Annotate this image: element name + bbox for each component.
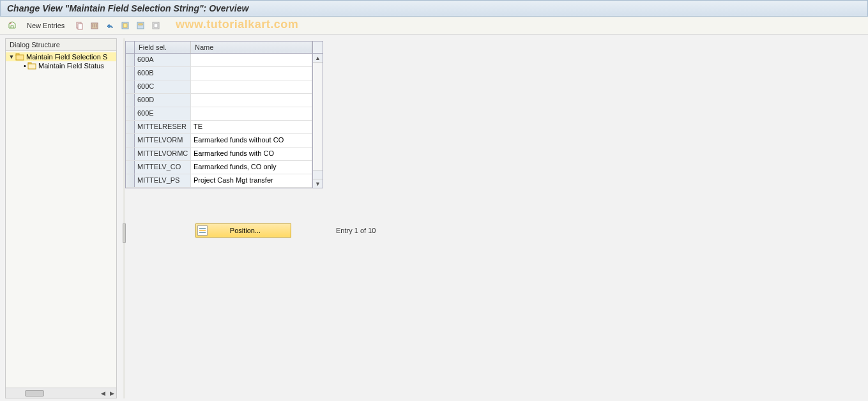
cell-name[interactable]: Project Cash Mgt transfer [191, 174, 312, 187]
position-label: Position... [211, 227, 289, 234]
toggle-icon[interactable] [6, 20, 18, 31]
column-header-end [312, 42, 323, 53]
folder-open-icon [15, 53, 24, 61]
scroll-right-icon[interactable]: ▶ [107, 389, 116, 398]
main-area: Dialog Structure ▼ Maintain Field Select… [0, 34, 868, 401]
row-selector[interactable] [126, 67, 135, 80]
cell-name[interactable]: Earmarked funds without CO [191, 134, 312, 147]
bottom-row: Position... Entry 1 of 10 [125, 223, 865, 238]
table-row: 600E [126, 107, 312, 121]
cell-field-sel[interactable]: 600C [135, 80, 191, 93]
dialog-structure-panel: Dialog Structure ▼ Maintain Field Select… [5, 38, 117, 398]
table-row: MITTELVORMC Earmarked funds with CO [126, 148, 312, 161]
cell-name[interactable]: Earmarked funds, CO only [191, 161, 312, 174]
title-bar: Change View "Maintain Field Selection St… [0, 0, 868, 17]
cell-field-sel[interactable]: 600A [135, 54, 191, 66]
scroll-up-icon[interactable]: ▲ [313, 54, 323, 63]
tree-node-label: Maintain Field Status [38, 62, 104, 70]
svg-rect-12 [28, 64, 36, 69]
cell-field-sel[interactable]: MITTELVORMC [135, 148, 191, 160]
row-selector[interactable] [126, 161, 135, 174]
watermark: www.tutorialkart.com [176, 18, 298, 31]
deselect-all-icon[interactable] [150, 20, 162, 31]
cell-field-sel[interactable]: 600B [135, 67, 191, 80]
row-selector[interactable] [126, 148, 135, 160]
svg-rect-4 [123, 24, 127, 27]
table-row: 600C [126, 80, 312, 94]
svg-rect-1 [78, 24, 82, 29]
tree-header: Dialog Structure [6, 39, 116, 51]
column-header-field-sel[interactable]: Field sel. [135, 42, 191, 53]
svg-rect-6 [139, 24, 142, 25]
delete-icon[interactable] [89, 20, 100, 31]
table-row: MITTELRESER TE [126, 121, 312, 134]
table-header: Field sel. Name [126, 42, 323, 54]
copy-icon[interactable] [73, 20, 85, 31]
cell-name[interactable]: Earmarked funds with CO [191, 148, 312, 160]
splitter-handle[interactable] [123, 223, 126, 243]
tree-node-maintain-field-selection[interactable]: ▼ Maintain Field Selection S [6, 52, 116, 61]
cell-name[interactable] [191, 80, 312, 93]
position-icon [197, 225, 208, 236]
tree-horizontal-scrollbar[interactable]: ◀ ▶ [6, 388, 116, 398]
undo-icon[interactable] [104, 20, 116, 31]
cell-field-sel[interactable]: 600E [135, 107, 191, 120]
column-header-name[interactable]: Name [191, 42, 312, 53]
tree-node-maintain-field-status[interactable]: • Maintain Field Status [6, 61, 116, 70]
table-row: MITTELV_CO Earmarked funds, CO only [126, 161, 312, 174]
cell-field-sel[interactable]: MITTELV_PS [135, 174, 191, 187]
scroll-left-icon[interactable]: ◀ [98, 389, 107, 398]
vertical-scrollbar[interactable]: ▲ ▼ [312, 54, 323, 188]
row-selector[interactable] [126, 80, 135, 93]
table-row: MITTELVORM Earmarked funds without CO [126, 134, 312, 148]
svg-rect-10 [16, 55, 24, 60]
row-selector[interactable] [126, 94, 135, 107]
folder-closed-icon [27, 62, 36, 70]
cell-field-sel[interactable]: MITTELRESER [135, 121, 191, 133]
table-body: 600A 600B 600C 600D [126, 54, 312, 188]
cell-name[interactable] [191, 107, 312, 120]
select-block-icon[interactable] [135, 20, 146, 31]
svg-rect-15 [199, 232, 206, 233]
new-entries-button[interactable]: New Entries [22, 20, 70, 31]
cell-field-sel[interactable]: 600D [135, 94, 191, 107]
scrollbar-track[interactable] [313, 63, 323, 170]
scrollbar-spacer [313, 170, 323, 179]
page-title: Change View "Maintain Field Selection St… [7, 3, 248, 13]
svg-rect-14 [199, 230, 206, 231]
cell-name[interactable]: TE [191, 121, 312, 133]
row-selector[interactable] [126, 121, 135, 133]
select-all-icon[interactable] [119, 20, 131, 31]
position-button[interactable]: Position... [195, 223, 291, 238]
field-selection-table: Field sel. Name 600A 600B [125, 41, 323, 188]
table-row: MITTELV_PS Project Cash Mgt transfer [126, 174, 312, 188]
content-area: Field sel. Name 600A 600B [125, 38, 865, 398]
cell-name[interactable] [191, 94, 312, 107]
scroll-down-icon[interactable]: ▼ [313, 179, 323, 188]
cell-name[interactable] [191, 67, 312, 80]
svg-rect-13 [199, 228, 206, 229]
tree-body: ▼ Maintain Field Selection S • Maintain … [6, 51, 116, 388]
scrollbar-thumb[interactable] [25, 390, 44, 397]
tree-node-label: Maintain Field Selection S [26, 53, 107, 61]
cell-name[interactable] [191, 54, 312, 66]
table-row: 600A [126, 54, 312, 67]
entry-counter: Entry 1 of 10 [336, 227, 376, 234]
expand-toggle-icon[interactable]: ▼ [8, 54, 15, 60]
row-selector[interactable] [126, 174, 135, 187]
row-selector[interactable] [126, 107, 135, 120]
row-selector[interactable] [126, 54, 135, 66]
table-row: 600B [126, 67, 312, 80]
svg-rect-8 [154, 24, 158, 27]
toolbar: New Entries www.tutorialkart.com [0, 17, 868, 34]
table-row: 600D [126, 94, 312, 107]
cell-field-sel[interactable]: MITTELVORM [135, 134, 191, 147]
row-selector[interactable] [126, 134, 135, 147]
select-all-corner[interactable] [126, 42, 135, 53]
cell-field-sel[interactable]: MITTELV_CO [135, 161, 191, 174]
